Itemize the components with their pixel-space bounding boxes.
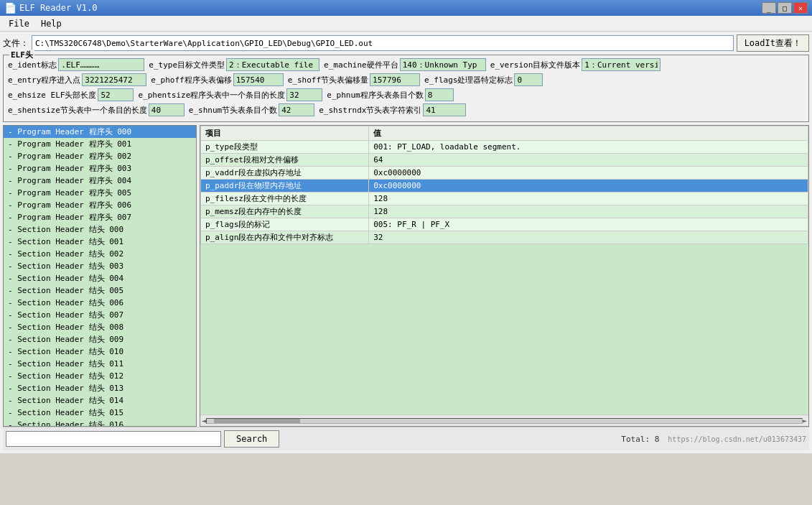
- table-row[interactable]: p_type段类型001: PT_LOAD, loadable segment.: [201, 141, 808, 154]
- table-row[interactable]: p_vaddr段在虚拟内存地址0xc0000000: [201, 167, 808, 180]
- e-phnum-label: e_phnum程序头表条目个数: [327, 90, 423, 101]
- table-cell-key: p_memsz段在内存中的长度: [201, 205, 369, 218]
- table-cell-key: p_align段在内存和文件中对齐标志: [201, 231, 369, 244]
- e-ehsize-value[interactable]: [98, 88, 134, 101]
- list-item[interactable]: - Program Header 程序头 006: [4, 199, 196, 211]
- table-cell-key: p_type段类型: [201, 141, 369, 154]
- window-title: ELF Reader V1.0: [19, 3, 762, 13]
- e-phnum-group: e_phnum程序头表条目个数: [327, 88, 453, 101]
- close-button[interactable]: ✕: [793, 2, 808, 14]
- list-item[interactable]: - Section Header 结头 005: [4, 284, 196, 297]
- e-entry-value[interactable]: [82, 73, 146, 86]
- list-item[interactable]: - Program Header 程序头 002: [4, 150, 196, 162]
- list-item[interactable]: - Section Header 结头 006: [4, 297, 196, 309]
- list-item[interactable]: - Section Header 结头 016: [4, 419, 196, 426]
- list-item[interactable]: - Section Header 结头 008: [4, 321, 196, 333]
- e-phentsize-group: e_phentsize程序头表中一个条目的长度: [138, 88, 322, 101]
- table-cell-key: p_vaddr段在虚拟内存地址: [201, 167, 369, 180]
- table-cell-key: p_filesz段在文件中的长度: [201, 193, 369, 205]
- load-button[interactable]: LoadIt查看！: [737, 34, 809, 52]
- window-controls: _ □ ✕: [762, 2, 808, 14]
- table-row[interactable]: p_paddr段在物理内存地址0xc0000000: [201, 180, 808, 193]
- list-item[interactable]: - Section Header 结头 011: [4, 358, 196, 370]
- list-item[interactable]: - Section Header 结头 001: [4, 236, 196, 248]
- list-item[interactable]: - Section Header 结头 002: [4, 248, 196, 260]
- maximize-button[interactable]: □: [778, 2, 792, 14]
- e-version-value[interactable]: [582, 58, 661, 71]
- list-item[interactable]: - Section Header 结头 010: [4, 346, 196, 358]
- file-path-input[interactable]: [32, 35, 734, 51]
- right-table-container: 项目 值 p_type段类型001: PT_LOAD, loadable seg…: [200, 126, 808, 414]
- e-ident-label: e_ident标志: [8, 60, 57, 70]
- table-row[interactable]: p_align段在内存和文件中对齐标志32: [201, 231, 808, 244]
- e-shoff-value[interactable]: [370, 73, 420, 86]
- e-phentsize-value[interactable]: [286, 88, 322, 101]
- e-type-value[interactable]: [226, 58, 319, 71]
- e-ident-value[interactable]: [58, 58, 144, 71]
- list-item[interactable]: - Section Header 结头 015: [4, 407, 196, 419]
- table-cell-key: p_paddr段在物理内存地址: [201, 180, 369, 193]
- e-shnum-value[interactable]: [279, 103, 314, 116]
- left-list[interactable]: - Program Header 程序头 000- Program Header…: [4, 126, 196, 426]
- e-shstrndx-value[interactable]: [423, 103, 466, 116]
- menu-file[interactable]: File: [3, 17, 35, 30]
- list-item[interactable]: - Section Header 结头 004: [4, 272, 196, 284]
- list-item[interactable]: - Section Header 结头 000: [4, 223, 196, 236]
- e-shoff-label: e_shoff节头表偏移量: [288, 75, 368, 85]
- scrollbar-track[interactable]: [206, 418, 803, 424]
- e-machine-value[interactable]: [400, 58, 486, 71]
- total-label: Total: 8: [621, 435, 659, 444]
- list-item[interactable]: - Section Header 结头 012: [4, 370, 196, 382]
- e-version-group: e_version目标文件版本: [490, 58, 661, 71]
- e-phoff-label: e_phoff程序头表偏移: [151, 75, 231, 85]
- file-label: 文件：: [3, 37, 29, 50]
- e-shentsize-value[interactable]: [149, 103, 185, 116]
- e-shoff-group: e_shoff节头表偏移量: [288, 73, 420, 86]
- scrollbar-thumb[interactable]: [214, 419, 300, 423]
- e-phoff-value[interactable]: [233, 73, 284, 86]
- horizontal-scrollbar[interactable]: ◄ ►: [200, 414, 808, 426]
- list-item[interactable]: - Section Header 结头 009: [4, 333, 196, 346]
- search-bar: Search Total: 8 https://blog.csdn.net/u0…: [3, 427, 809, 450]
- list-item[interactable]: - Section Header 结头 003: [4, 260, 196, 272]
- list-item[interactable]: - Program Header 程序头 001: [4, 138, 196, 150]
- e-phnum-value[interactable]: [425, 88, 454, 101]
- list-item[interactable]: - Section Header 结头 007: [4, 309, 196, 321]
- table-cell-value: 0xc0000000: [369, 180, 808, 193]
- table-row[interactable]: p_offset段相对文件偏移64: [201, 154, 808, 167]
- elf-group-title: ELF头: [9, 50, 34, 60]
- list-item[interactable]: - Program Header 程序头 004: [4, 175, 196, 187]
- list-item[interactable]: - Program Header 程序头 003: [4, 162, 196, 175]
- e-shentsize-label: e_shentsize节头表中一个条目的长度: [8, 105, 147, 116]
- table-row[interactable]: p_filesz段在文件中的长度128: [201, 193, 808, 205]
- table-row[interactable]: p_memsz段在内存中的长度128: [201, 205, 808, 218]
- e-ehsize-label: e_ehsize ELF头部长度: [8, 90, 96, 101]
- list-item[interactable]: - Program Header 程序头 007: [4, 211, 196, 223]
- elf-header-group: ELF头 e_ident标志 e_type目标文件类型 e_machine硬件平…: [3, 55, 809, 122]
- e-flags-label: e_flags处理器特定标志: [424, 75, 513, 85]
- table-cell-value: 128: [369, 193, 808, 205]
- menu-help[interactable]: Help: [35, 17, 67, 30]
- file-row: 文件： LoadIt查看！: [3, 34, 809, 52]
- e-machine-label: e_machine硬件平台: [324, 60, 398, 70]
- e-shentsize-group: e_shentsize节头表中一个条目的长度: [8, 103, 185, 116]
- search-input[interactable]: [6, 431, 221, 447]
- e-ehsize-group: e_ehsize ELF头部长度: [8, 88, 134, 101]
- list-item[interactable]: - Program Header 程序头 000: [4, 126, 196, 138]
- main-content: 文件： LoadIt查看！ ELF头 e_ident标志 e_type目标文件类…: [0, 32, 812, 453]
- e-machine-group: e_machine硬件平台: [324, 58, 486, 71]
- table-cell-value: 005: PF_R | PF_X: [369, 218, 808, 231]
- minimize-button[interactable]: _: [762, 2, 776, 14]
- list-item[interactable]: - Section Header 结头 013: [4, 382, 196, 394]
- lower-area: - Program Header 程序头 000- Program Header…: [3, 125, 809, 427]
- table-cell-value: 64: [369, 154, 808, 167]
- watermark: https://blog.csdn.net/u013673437: [668, 435, 806, 443]
- e-phoff-group: e_phoff程序头表偏移: [151, 73, 283, 86]
- search-button[interactable]: Search: [224, 430, 279, 448]
- list-item[interactable]: - Section Header 结头 014: [4, 394, 196, 407]
- col-header-value: 值: [369, 126, 808, 141]
- table-cell-value: 0xc0000000: [369, 167, 808, 180]
- e-flags-value[interactable]: [514, 73, 543, 86]
- list-item[interactable]: - Program Header 程序头 005: [4, 187, 196, 199]
- table-row[interactable]: p_flags段的标记005: PF_R | PF_X: [201, 218, 808, 231]
